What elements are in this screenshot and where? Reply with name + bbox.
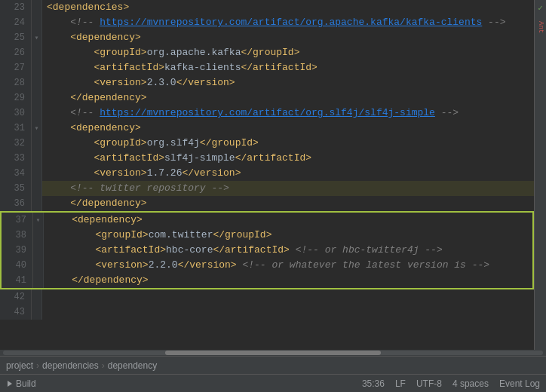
fold-gutter [32, 181, 42, 196]
fold-gutter[interactable]: ▾ [33, 213, 44, 228]
line-number: 24 [0, 15, 32, 30]
line-number: 29 [0, 90, 32, 106]
scrollbar-thumb [165, 351, 381, 355]
line-number: 25 [0, 30, 32, 45]
fold-gutter [32, 60, 42, 75]
code-line: 26 <groupId>org.apache.kafka</groupId> [0, 45, 534, 60]
xml-tag: <artifactId> [47, 152, 164, 164]
editor-area: 23<dependencies>24 <!-- https://mvnrepos… [0, 0, 546, 350]
line-content[interactable]: <artifactId>slf4j-simple</artifactId> [42, 151, 534, 166]
fold-gutter [32, 196, 42, 211]
xml-tag: <artifactId> [48, 244, 166, 256]
code-line: 36 </dependency> [0, 196, 534, 211]
fold-gutter [32, 106, 42, 121]
xml-content: org.apache.kafka [147, 47, 241, 58]
line-content[interactable]: </dependency> [42, 90, 534, 106]
code-line: 39 <artifactId>hbc-core</artifactId> <!-… [0, 243, 534, 258]
code-line: 35 <!-- twitter repository --> [0, 181, 534, 196]
status-left: Build [6, 378, 36, 389]
line-content[interactable]: </dependency> [42, 196, 534, 211]
line-content[interactable]: <dependencies> [42, 0, 534, 15]
ant-icon: Ant [535, 17, 546, 38]
build-label: Build [16, 378, 36, 389]
code-line: 27 <artifactId>kafka-clients</artifactId… [0, 60, 534, 75]
fold-gutter [32, 151, 42, 166]
line-number: 41 [2, 273, 33, 288]
fold-gutter[interactable]: ▾ [32, 30, 42, 45]
line-content[interactable]: <groupId>com.twitter</groupId> [44, 228, 532, 243]
line-content[interactable]: <!-- https://mvnrepository.com/artifact/… [42, 15, 534, 30]
xml-tag: <groupId> [47, 137, 147, 149]
fold-gutter [33, 243, 44, 258]
xml-content: 1.7.26 [147, 167, 183, 179]
fold-gutter[interactable]: ▾ [32, 121, 42, 136]
line-content[interactable] [42, 289, 534, 305]
line-content[interactable]: <groupId>org.slf4j</groupId> [42, 136, 534, 151]
horizontal-scrollbar[interactable] [0, 350, 546, 356]
line-ending[interactable]: LF [395, 378, 406, 389]
line-number: 38 [2, 228, 33, 243]
code-line: 43 [0, 305, 534, 320]
encoding[interactable]: UTF-8 [416, 378, 442, 389]
event-log-button[interactable]: Event Log [499, 378, 540, 389]
fold-gutter [32, 166, 42, 181]
code-line: 30 <!-- https://mvnrepository.com/artifa… [0, 106, 534, 121]
line-number: 33 [0, 151, 32, 166]
line-number: 42 [0, 289, 32, 305]
line-number: 30 [0, 106, 32, 121]
breadcrumb-project[interactable]: project [6, 360, 33, 371]
line-content[interactable]: <artifactId>hbc-core</artifactId> <!-- o… [44, 243, 532, 258]
line-content[interactable]: <dependency> [42, 121, 534, 136]
xml-tag: </artifactId> [213, 244, 289, 256]
xml-link[interactable]: https://mvnrepository.com/artifact/org.s… [100, 107, 435, 118]
line-number: 36 [0, 196, 32, 211]
xml-comment: <!-- or hbc-twitter4j --> [290, 244, 443, 256]
fold-gutter [33, 258, 44, 273]
fold-gutter [32, 289, 42, 305]
xml-link[interactable]: https://mvnrepository.com/artifact/org.a… [100, 17, 482, 28]
xml-tag: <dependencies> [47, 2, 129, 13]
code-line: 25▾ <dependency> [0, 30, 534, 45]
line-number: 26 [0, 45, 32, 60]
line-content[interactable]: <!-- twitter repository --> [42, 181, 534, 196]
line-number: 27 [0, 60, 32, 75]
comment-suffix: --> [482, 17, 505, 28]
line-content[interactable]: <version>2.2.0</version> <!-- or whateve… [44, 258, 532, 273]
fold-gutter [32, 90, 42, 106]
code-line: 37▾ <dependency> [0, 211, 534, 228]
line-content[interactable]: </dependency> [44, 273, 532, 288]
line-number: 35 [0, 181, 32, 196]
line-content[interactable] [42, 305, 534, 320]
line-content[interactable]: <version>1.7.26</version> [42, 166, 534, 181]
comment-prefix: <!-- [47, 107, 100, 118]
code-line: 24 <!-- https://mvnrepository.com/artifa… [0, 15, 534, 30]
breadcrumb-bar: project › dependencies › dependency [0, 356, 546, 374]
line-content[interactable]: <artifactId>kafka-clients</artifactId> [42, 60, 534, 75]
xml-tag: </version> [182, 167, 241, 179]
cursor-position: 35:36 [362, 378, 385, 389]
code-line: 23<dependencies> [0, 0, 534, 15]
check-icon: ✓ [536, 3, 545, 12]
build-button[interactable]: Build [6, 378, 36, 389]
breadcrumb-dependencies[interactable]: dependencies [42, 360, 99, 371]
xml-tag: <dependency> [48, 214, 143, 225]
xml-tag: <dependency> [47, 32, 141, 43]
xml-tag: </dependency> [47, 92, 147, 103]
xml-tag: </artifactId> [235, 152, 311, 164]
xml-tag: <version> [47, 167, 147, 179]
line-number: 32 [0, 136, 32, 151]
code-line: 42 [0, 289, 534, 305]
fold-gutter [32, 45, 42, 60]
xml-comment: <!-- or whatever the latest version is -… [237, 259, 489, 271]
line-content[interactable]: <version>2.3.0</version> [42, 75, 534, 90]
xml-tag: <groupId> [48, 229, 149, 240]
xml-tag: </groupId> [213, 229, 271, 240]
line-content[interactable]: <dependency> [44, 213, 532, 228]
xml-tag: <dependency> [47, 122, 141, 133]
breadcrumb-dependency[interactable]: dependency [108, 360, 157, 371]
line-content[interactable]: <dependency> [42, 30, 534, 45]
line-content[interactable]: <!-- https://mvnrepository.com/artifact/… [42, 106, 534, 121]
line-content[interactable]: <groupId>org.apache.kafka</groupId> [42, 45, 534, 60]
code-line: 41 </dependency> [0, 273, 534, 289]
indent[interactable]: 4 spaces [452, 378, 489, 389]
